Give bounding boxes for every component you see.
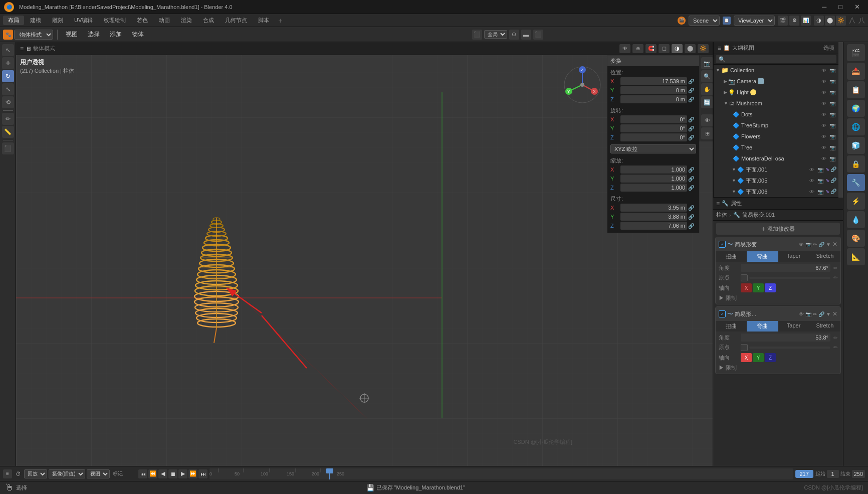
proportional-falloff[interactable]: ▬	[521, 30, 531, 40]
outliner-item-plane006[interactable]: ▼ 🔷 平面.006 👁 📷 ∿ 🔗	[714, 186, 838, 197]
flowers-visibility[interactable]: 👁	[820, 133, 827, 140]
props-modifier[interactable]: 🔧	[847, 174, 865, 191]
modifier-1-render[interactable]: 📷	[805, 242, 811, 247]
timeline-menu[interactable]: ≡	[3, 469, 12, 478]
dimension-z-input[interactable]: 7.06 m	[620, 222, 687, 230]
monstera-render[interactable]: 📷	[828, 155, 836, 162]
nav-gizmo[interactable]: Z X Y	[562, 65, 602, 105]
orbit-tool[interactable]: 🔄	[701, 96, 713, 108]
modifier-2-type-icon[interactable]: 🔗	[818, 311, 824, 317]
snap-icon[interactable]: ⬛	[472, 30, 482, 40]
position-y-input[interactable]: 0 m	[620, 86, 687, 94]
copy-z-icon[interactable]: 🔗	[688, 97, 696, 102]
copy-dy-icon[interactable]: 🔗	[688, 214, 696, 220]
camera-tool[interactable]: 📷	[701, 57, 713, 69]
object-menu[interactable]: 物体	[128, 29, 148, 40]
rotation-z-input[interactable]: 0°	[620, 133, 687, 141]
copy-ry-icon[interactable]: 🔗	[688, 126, 696, 131]
viewport-snapping-toggle[interactable]: 🧲	[645, 44, 657, 53]
copy-dx-icon[interactable]: 🔗	[688, 205, 696, 211]
start-frame-input[interactable]: 1	[827, 470, 839, 478]
hand-tool[interactable]: ✋	[701, 83, 713, 95]
mode-selector[interactable]: 物体模式	[14, 30, 53, 40]
workspace-tab-scripting[interactable]: 脚本	[253, 16, 274, 25]
play-forward[interactable]: ▶	[178, 469, 187, 478]
copy-dz-icon[interactable]: 🔗	[688, 223, 696, 229]
rotation-x-input[interactable]: 0°	[620, 115, 687, 123]
viewport-shading-solid-btn[interactable]: ◑	[672, 44, 683, 53]
euler-mode-select[interactable]: XYZ 欧拉	[610, 144, 696, 153]
modifier-1-type-icon[interactable]: 🔗	[818, 242, 824, 247]
modifier-1-angle-lock[interactable]: ✏	[833, 265, 837, 271]
workspace-tab-modeling[interactable]: 建模	[25, 16, 46, 25]
tool-measure[interactable]: 📏	[2, 126, 14, 138]
props-particles[interactable]: ⚡	[847, 193, 865, 210]
add-menu[interactable]: 添加	[106, 29, 126, 40]
modifier-1-origin-input[interactable]	[749, 277, 830, 279]
treestump-render[interactable]: 📷	[828, 122, 836, 129]
viewport-shading-wire[interactable]: ◻	[659, 44, 670, 53]
copy-rz-icon[interactable]: 🔗	[688, 135, 696, 140]
outliner-item-plane005[interactable]: ▼ 🔷 平面.005 👁 📷 ∿ 🔗	[714, 175, 838, 186]
proportional-edit[interactable]: ⊙	[509, 30, 519, 40]
modifier-1-name[interactable]: 简易形变	[735, 241, 797, 248]
viewport-shading-material[interactable]: ⬤	[825, 16, 835, 26]
camera-render[interactable]: 📷	[828, 78, 836, 85]
props-constraints[interactable]: 🔒	[847, 155, 865, 173]
viewport-gizmo-toggle[interactable]: ⊕	[632, 44, 643, 53]
viewport-shading-rendered[interactable]: 🔆	[836, 16, 846, 26]
flowers-render[interactable]: 📷	[828, 133, 836, 140]
modifier-2-tab-twist[interactable]: 扭曲	[716, 321, 747, 332]
tool-rotate[interactable]: ↻	[2, 70, 14, 82]
viewport[interactable]: ≡ 🖥 物体模式 👁 ⊕ 🧲 ◻ ◑ ⬤ 🔆 用户透视 (217) Collec…	[16, 42, 713, 466]
workspace-tab-texture[interactable]: 纹理绘制	[99, 16, 131, 25]
props-physics[interactable]: 💧	[847, 211, 865, 228]
play-reverse[interactable]: ◀	[158, 469, 167, 478]
modifier-2-origin-swatch[interactable]	[741, 344, 748, 351]
viewport-view-type[interactable]: 🖥	[26, 46, 31, 52]
properties-menu-icon[interactable]: ≡	[716, 200, 720, 207]
modifier-2-tab-stretch[interactable]: Stretch	[809, 321, 840, 332]
light-render[interactable]: 📷	[828, 89, 836, 96]
transform-pivot[interactable]: ⬛	[533, 30, 543, 40]
props-material[interactable]: 🎨	[847, 230, 865, 247]
outliner-item-light[interactable]: ▶ 💡 Light 👁 📷	[714, 87, 838, 98]
tool-scale[interactable]: ⤡	[2, 83, 14, 95]
workspace-tab-animation[interactable]: 动画	[154, 16, 175, 25]
scale-z-input[interactable]: 1.000	[620, 184, 687, 192]
outliner-menu-icon[interactable]: ≡	[718, 45, 721, 52]
plane005-render[interactable]: 📷	[816, 178, 824, 184]
outliner-search-input[interactable]	[716, 55, 836, 63]
snap-type[interactable]: 全局	[484, 30, 507, 39]
add-modifier-button[interactable]: + 添加修改器	[716, 223, 840, 235]
tool-cursor[interactable]: ↖	[2, 44, 14, 56]
tool-add-cube[interactable]: ⬛	[2, 142, 14, 154]
treestump-visibility[interactable]: 👁	[820, 122, 827, 129]
mushroom-render[interactable]: 📷	[828, 100, 836, 107]
grid-tool[interactable]: ⊞	[701, 127, 713, 139]
outliner-item-flowers[interactable]: 🔷 Flowers 👁 📷	[714, 131, 838, 142]
modifier-1-origin-swatch[interactable]	[741, 274, 748, 281]
plane006-render[interactable]: 📷	[816, 189, 824, 195]
modifier-2-limits-collapse[interactable]: ▶ 限制	[716, 363, 840, 373]
outliner-item-collection[interactable]: ▼ 📁 Collection 👁 📷	[714, 65, 838, 76]
copy-sx-icon[interactable]: 🔗	[688, 167, 696, 173]
outliner-item-monstera[interactable]: 🔷 MonsteraDeli osa 👁 📷	[714, 153, 838, 164]
modifier-2-angle-input[interactable]: 53.8°	[741, 334, 830, 342]
modifier-1-tab-taper[interactable]: Taper	[778, 251, 809, 262]
outliner-item-camera[interactable]: ▶ 📷 Camera 👁 📷	[714, 76, 838, 87]
workspace-tab-rendering[interactable]: 渲染	[176, 16, 197, 25]
props-render[interactable]: 🎬	[847, 44, 865, 61]
modifier-2-angle-edit[interactable]: ✏	[833, 335, 837, 341]
props-scene[interactable]: 🌍	[847, 100, 865, 117]
monstera-visibility[interactable]: 👁	[820, 155, 827, 162]
workspace-tab-add[interactable]: +	[275, 16, 285, 26]
perspective-tool[interactable]: 👁	[701, 114, 713, 126]
modifier-2-axis-x[interactable]: X	[741, 353, 752, 362]
outliner-item-dots[interactable]: 🔷 Dots 👁 📷	[714, 109, 838, 120]
props-view-layer[interactable]: 📋	[847, 81, 865, 98]
workspace-tab-compositing[interactable]: 合成	[198, 16, 219, 25]
modifier-2-tab-taper[interactable]: Taper	[778, 321, 809, 332]
modifier-2-axis-y[interactable]: Y	[753, 353, 764, 362]
props-world[interactable]: 🌐	[847, 118, 865, 135]
